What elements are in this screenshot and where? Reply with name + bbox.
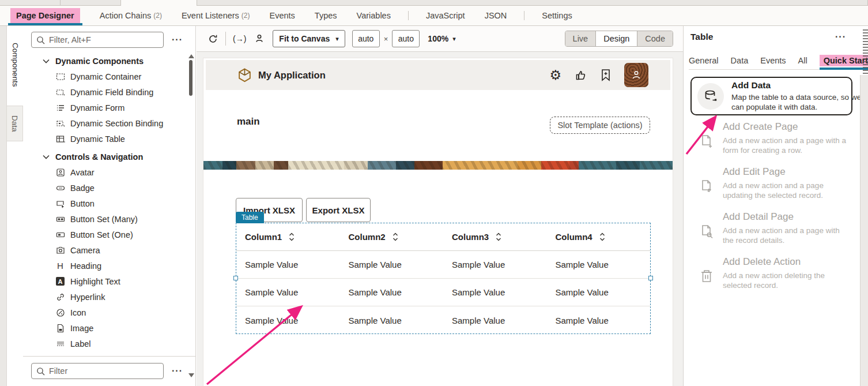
palette-item-badge[interactable]: Badge — [23, 180, 187, 196]
tab-types[interactable]: Types — [312, 6, 339, 25]
tab-events[interactable]: Events — [267, 6, 297, 25]
toolbar-divider — [225, 32, 226, 46]
palette-item-button-set-many[interactable]: Button Set (Many) — [23, 211, 187, 227]
tab-settings[interactable]: Settings — [539, 6, 574, 25]
quickstart-add-data-button[interactable]: Add Data Map the table to a data source,… — [690, 77, 852, 115]
palette-item-icon[interactable]: Icon — [23, 305, 187, 320]
properties-tab-data[interactable]: Data — [731, 56, 749, 69]
gear-icon[interactable]: ⚙ — [549, 69, 561, 82]
tab-json[interactable]: JSON — [482, 6, 510, 25]
mode-code-button[interactable]: Code — [637, 31, 673, 46]
overflow-menu-icon[interactable]: ··· — [167, 366, 187, 376]
tab-variables[interactable]: Variables — [354, 6, 393, 25]
quickstart-description: Add a new action and a page updating the… — [723, 181, 852, 200]
canvas-height-input[interactable] — [392, 30, 420, 47]
structure-filter-input[interactable] — [49, 366, 158, 376]
highlight-text-icon: A — [55, 276, 65, 286]
badge-icon — [55, 183, 65, 193]
insert-cursor-icon[interactable]: (→) — [233, 34, 246, 43]
quickstart-title: Add Edit Page — [723, 166, 852, 178]
window-strip-segment — [197, 0, 868, 6]
tab-event-listeners[interactable]: Event Listeners(2) — [179, 6, 252, 25]
chevron-down-icon — [43, 155, 50, 159]
quickstart-add-create-page: Add Create Page Add a new action and a p… — [690, 121, 858, 155]
quickstart-add-delete-action: Add Delete Action Add a new action delet… — [690, 256, 858, 290]
section-dynamic-components[interactable]: Dynamic Components — [23, 53, 187, 69]
palette-item-avatar[interactable]: Avatar — [23, 164, 187, 180]
quickstart-description: Add a new action and a page with the rec… — [723, 226, 852, 245]
mode-live-button[interactable]: Live — [565, 31, 597, 46]
palette-item-camera[interactable]: Camera — [23, 242, 187, 258]
sidebar-divider — [23, 356, 195, 357]
overflow-menu-icon[interactable]: ··· — [167, 35, 187, 45]
canvas-width-input[interactable] — [352, 30, 380, 47]
structure-filter-field[interactable] — [31, 363, 164, 379]
panel-scrollbar-track[interactable] — [860, 75, 868, 386]
palette-scrollbar[interactable] — [187, 53, 194, 380]
quickstart-description: Map the table to a data source, so we ca… — [731, 92, 865, 112]
sort-icon[interactable] — [599, 233, 605, 241]
zoom-level-dropdown[interactable]: 100% ▾ — [428, 34, 455, 43]
table-row[interactable]: Sample Value Sample Value Sample Value S… — [236, 251, 650, 279]
resize-handle-right[interactable] — [648, 276, 653, 280]
tab-page-designer[interactable]: Page Designer — [8, 6, 82, 25]
properties-tab-events[interactable]: Events — [760, 56, 786, 69]
selected-table-component[interactable]: Column1 Column2 Column3 Column4 Sample V… — [236, 223, 651, 334]
section-controls-navigation[interactable]: Controls & Navigation — [23, 149, 187, 164]
vertical-tab-data[interactable]: Data — [7, 106, 23, 141]
palette-item-dynamic-section-binding[interactable]: Dynamic Section Binding — [23, 115, 187, 131]
button-icon — [55, 198, 65, 208]
table-row[interactable]: Sample Value Sample Value Sample Value S… — [236, 306, 650, 334]
bookmark-add-icon[interactable] — [601, 69, 611, 81]
column-header[interactable]: Column1 — [236, 232, 340, 242]
palette-item-dynamic-table[interactable]: Dynamic Table — [23, 131, 187, 147]
mode-design-button[interactable]: Design — [596, 31, 637, 46]
resize-handle-left[interactable] — [233, 276, 238, 280]
palette-item-image[interactable]: Image — [23, 320, 187, 336]
column-header[interactable]: Column2 — [340, 232, 444, 242]
palette-item-button-set-one[interactable]: Button Set (One) — [23, 227, 187, 242]
database-icon — [697, 83, 724, 110]
fit-to-canvas-dropdown[interactable]: Fit to Canvas ▾ — [273, 30, 345, 47]
tab-javascript[interactable]: JavaScript — [424, 6, 467, 25]
scroll-up-icon[interactable] — [188, 54, 194, 58]
palette-item-button[interactable]: Button — [23, 196, 187, 211]
table-row[interactable]: Sample Value Sample Value Sample Value S… — [236, 279, 650, 306]
editor-tab-bar: Page Designer Action Chains(2) Event Lis… — [0, 6, 868, 26]
export-xlsx-button[interactable]: Export XLSX — [306, 198, 371, 222]
palette-item-hyperlink[interactable]: Hyperlink — [23, 289, 187, 305]
button-set-many-icon — [55, 214, 65, 224]
palette-item-dynamic-field-binding[interactable]: Dynamic Field Binding — [23, 84, 187, 100]
user-avatar[interactable] — [624, 63, 648, 87]
column-header[interactable]: Column3 — [443, 232, 547, 242]
palette-item-label[interactable]: Label — [23, 336, 187, 351]
slot-template-placeholder[interactable]: Slot Template (actions) — [550, 117, 650, 134]
label-icon — [55, 339, 65, 348]
palette-item-highlight-text[interactable]: A Highlight Text — [23, 273, 187, 289]
user-cursor-icon[interactable] — [254, 33, 265, 44]
palette-item-dynamic-form[interactable]: Dynamic Form — [23, 100, 187, 115]
page-heading: main — [237, 116, 260, 128]
components-filter-field[interactable] — [31, 32, 164, 48]
palette-item-dynamic-container[interactable]: Dynamic Container — [23, 69, 187, 84]
sort-icon[interactable] — [496, 233, 501, 241]
properties-panel: Table ··· General Data Events All Quick … — [683, 26, 868, 386]
scrollbar-thumb[interactable] — [189, 60, 193, 96]
overflow-menu-icon[interactable]: ··· — [831, 32, 851, 42]
sort-icon[interactable] — [289, 233, 295, 241]
vertical-tab-components[interactable]: Components — [7, 31, 23, 99]
structure-clipped-item[interactable]: Grid Row — [23, 382, 195, 386]
properties-tab-all[interactable]: All — [798, 56, 807, 69]
sort-icon[interactable] — [393, 233, 398, 241]
properties-tab-general[interactable]: General — [689, 56, 719, 69]
app-logo-icon — [237, 68, 252, 83]
properties-tab-quick-start[interactable]: Quick Start — [820, 56, 868, 69]
column-header[interactable]: Column4 — [547, 232, 651, 242]
tab-action-chains[interactable]: Action Chains(2) — [97, 6, 164, 25]
refresh-icon[interactable] — [207, 33, 218, 44]
components-filter-input[interactable] — [49, 35, 158, 44]
quickstart-title: Add Data — [731, 80, 865, 91]
thumbs-up-icon[interactable] — [575, 69, 587, 81]
palette-item-heading[interactable]: H Heading — [23, 258, 187, 273]
scroll-down-icon[interactable] — [188, 373, 194, 377]
